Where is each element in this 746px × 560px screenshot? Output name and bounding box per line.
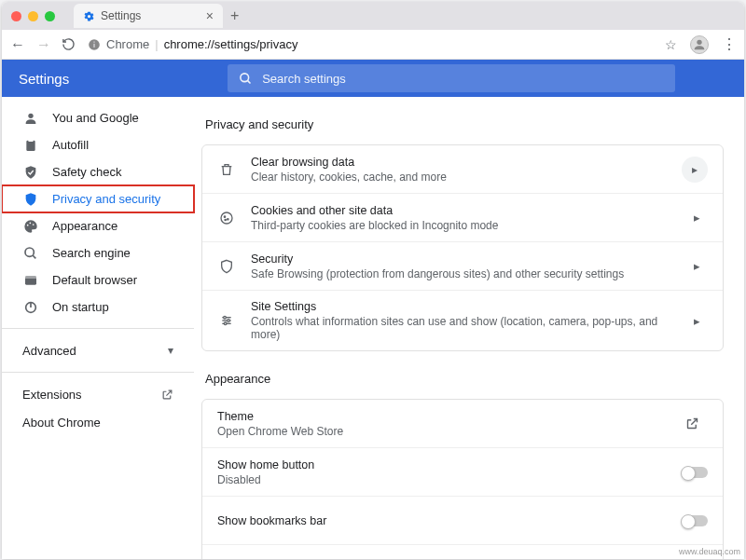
sidebar-item-label: Search engine bbox=[52, 246, 131, 260]
chevron-right-icon: ▸ bbox=[685, 314, 708, 328]
sidebar-advanced[interactable]: Advanced ▾ bbox=[2, 336, 194, 364]
sidebar-item-default-browser[interactable]: Default browser bbox=[2, 266, 194, 294]
site-info-icon bbox=[88, 38, 101, 51]
sidebar-item-label: Default browser bbox=[52, 273, 137, 287]
sidebar-item-label: On startup bbox=[52, 300, 109, 314]
settings-content: Privacy and security Clear browsing data… bbox=[194, 97, 744, 559]
search-input[interactable] bbox=[262, 72, 664, 86]
sidebar-item-label: Autofill bbox=[52, 138, 89, 152]
svg-point-4 bbox=[241, 73, 249, 81]
svg-point-11 bbox=[33, 224, 35, 225]
shield-icon bbox=[217, 259, 236, 274]
row-site-settings[interactable]: Site Settings Controls what information … bbox=[202, 291, 723, 350]
person-icon bbox=[22, 111, 39, 126]
sidebar-item-autofill[interactable]: Autofill bbox=[2, 131, 194, 158]
svg-line-13 bbox=[33, 255, 35, 258]
row-cookies[interactable]: Cookies and other site data Third-party … bbox=[202, 194, 723, 242]
sidebar-item-appearance[interactable]: Appearance bbox=[2, 212, 194, 239]
sidebar-item-label: Privacy and security bbox=[52, 192, 160, 206]
sidebar-item-label: About Chrome bbox=[22, 416, 101, 430]
close-tab-icon[interactable]: × bbox=[206, 8, 214, 23]
search-icon bbox=[239, 72, 253, 86]
svg-line-5 bbox=[248, 80, 251, 83]
svg-point-19 bbox=[224, 216, 225, 217]
row-bookmarks-bar[interactable]: Show bookmarks bar bbox=[202, 497, 723, 545]
forward-button[interactable]: → bbox=[35, 36, 52, 53]
browser-toolbar: ← → Chrome | chrome://settings/privacy ☆… bbox=[2, 30, 744, 60]
row-security[interactable]: Security Safe Browsing (protection from … bbox=[202, 242, 723, 291]
maximize-window[interactable] bbox=[45, 11, 55, 21]
svg-rect-1 bbox=[93, 43, 94, 47]
row-clear-browsing-data[interactable]: Clear browsing data Clear history, cooki… bbox=[202, 145, 723, 194]
external-link-icon bbox=[161, 389, 173, 401]
reload-button[interactable] bbox=[62, 37, 78, 51]
chevron-right-icon: ▸ bbox=[685, 259, 708, 273]
row-home-button[interactable]: Show home button Disabled bbox=[202, 448, 723, 497]
trash-icon bbox=[217, 162, 236, 177]
window-controls bbox=[11, 11, 55, 21]
svg-point-10 bbox=[29, 222, 31, 224]
minimize-window[interactable] bbox=[28, 11, 38, 21]
gear-icon bbox=[83, 10, 95, 22]
address-bar[interactable]: Chrome | chrome://settings/privacy bbox=[88, 37, 656, 51]
close-window[interactable] bbox=[11, 11, 21, 21]
svg-point-27 bbox=[224, 322, 227, 325]
sidebar-item-label: Appearance bbox=[52, 219, 117, 233]
chevron-down-icon: ▾ bbox=[168, 344, 173, 357]
sidebar-item-search-engine[interactable]: Search engine bbox=[2, 239, 194, 266]
svg-rect-15 bbox=[25, 276, 36, 279]
browser-window: Settings × + ← → Chrome | chrome://setti… bbox=[2, 2, 744, 559]
row-theme[interactable]: Theme Open Chrome Web Store bbox=[202, 400, 723, 448]
bookmark-star-icon[interactable]: ☆ bbox=[665, 37, 677, 52]
chevron-right-icon: ▸ bbox=[682, 157, 708, 183]
browser-menu-icon[interactable]: ⋮ bbox=[722, 35, 737, 53]
svg-rect-8 bbox=[28, 139, 33, 142]
svg-point-12 bbox=[25, 248, 34, 256]
svg-rect-7 bbox=[26, 140, 35, 150]
svg-point-26 bbox=[228, 320, 230, 322]
cookie-icon bbox=[217, 211, 236, 225]
section-title-privacy: Privacy and security bbox=[205, 117, 724, 131]
sidebar-item-label: Extensions bbox=[22, 388, 82, 402]
toggle-home-button[interactable] bbox=[682, 467, 708, 478]
page-title: Settings bbox=[19, 71, 69, 87]
window-titlebar: Settings × + bbox=[2, 2, 744, 30]
settings-sidebar: You and Google Autofill Safety check Pri… bbox=[2, 97, 194, 559]
sidebar-item-you-and-google[interactable]: You and Google bbox=[2, 104, 194, 131]
tab-title: Settings bbox=[101, 9, 141, 22]
svg-point-3 bbox=[697, 39, 701, 44]
sidebar-about-chrome[interactable]: About Chrome bbox=[2, 408, 194, 436]
sidebar-item-on-startup[interactable]: On startup bbox=[2, 294, 194, 321]
search-settings[interactable] bbox=[228, 64, 675, 92]
browser-icon bbox=[22, 273, 39, 288]
power-icon bbox=[22, 300, 39, 315]
svg-point-20 bbox=[228, 218, 228, 219]
sidebar-item-privacy-security[interactable]: Privacy and security bbox=[2, 185, 194, 212]
toggle-bookmarks-bar[interactable] bbox=[682, 515, 708, 526]
search-icon bbox=[22, 246, 39, 261]
sidebar-item-safety-check[interactable]: Safety check bbox=[2, 158, 194, 185]
appearance-card: Theme Open Chrome Web Store Show home bu… bbox=[201, 399, 724, 559]
external-link-icon bbox=[685, 417, 708, 430]
profile-avatar[interactable] bbox=[690, 35, 709, 54]
new-tab-button[interactable]: + bbox=[230, 7, 239, 24]
sidebar-item-label: You and Google bbox=[52, 111, 139, 125]
chevron-right-icon: ▸ bbox=[685, 211, 708, 225]
svg-point-18 bbox=[221, 212, 232, 224]
back-button[interactable]: ← bbox=[9, 36, 26, 53]
svg-point-21 bbox=[225, 219, 226, 220]
privacy-card: Clear browsing data Clear history, cooki… bbox=[201, 144, 724, 351]
svg-rect-2 bbox=[93, 41, 94, 42]
url-host: Chrome bbox=[106, 37, 149, 51]
svg-point-6 bbox=[28, 113, 33, 117]
watermark: www.deuaq.com bbox=[679, 547, 740, 556]
url-path: chrome://settings/privacy bbox=[164, 37, 298, 51]
browser-tab[interactable]: Settings × bbox=[74, 4, 223, 28]
clipboard-icon bbox=[22, 138, 39, 153]
sidebar-item-label: Safety check bbox=[52, 165, 121, 179]
row-font-size[interactable]: Font size Medium (Recommended) ▾ bbox=[202, 545, 723, 559]
svg-point-25 bbox=[224, 316, 227, 319]
shield-icon bbox=[22, 192, 39, 207]
sidebar-extensions[interactable]: Extensions bbox=[2, 380, 194, 408]
settings-header: Settings bbox=[2, 60, 744, 97]
